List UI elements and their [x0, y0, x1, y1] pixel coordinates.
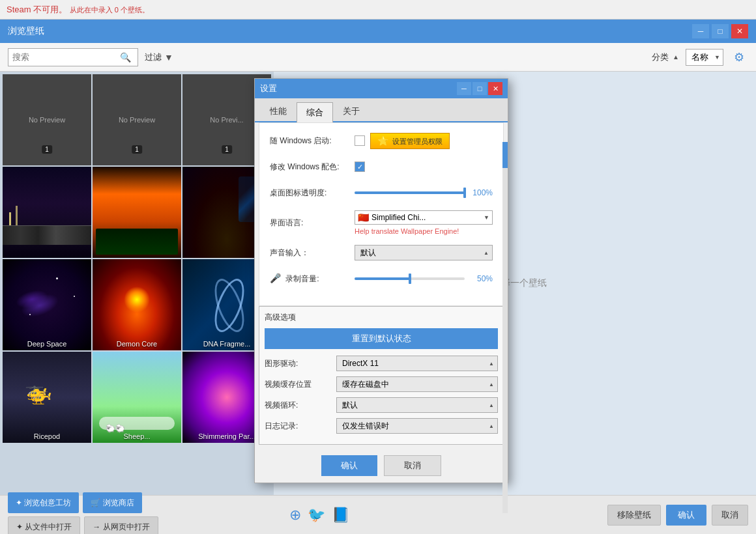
wallpaper-item[interactable] [3, 167, 91, 258]
log-label: 日志记录: [265, 421, 336, 432]
social-links: ⊕ 🐦 📘 [289, 507, 349, 524]
wallpaper-grid: No Preview 1 No Preview 1 No Previ... 1 [0, 72, 274, 495]
record-volume-slider-container: 50% [355, 274, 493, 283]
record-volume-slider[interactable] [355, 277, 465, 280]
record-volume-value: 50% [470, 274, 493, 283]
cache-label: 视频缓存位置 [265, 379, 336, 390]
record-volume-content: 50% [355, 274, 493, 283]
sort-direction-icon[interactable]: ▲ [673, 53, 679, 61]
browse-shop-label: 🛒 浏览商店 [91, 498, 134, 509]
loop-select[interactable]: 默认 [336, 397, 498, 413]
translate-link[interactable]: Help translate Wallpaper Engine! [355, 227, 459, 235]
voice-input-wrapper[interactable]: 默认 [355, 245, 493, 260]
search-input[interactable] [12, 52, 120, 62]
main-cancel-button[interactable]: 取消 [712, 505, 748, 526]
graphics-wrapper[interactable]: DirectX 11 [336, 356, 498, 371]
advanced-section: 高级选项 重置到默认状态 图形驱动: DirectX 11 视频缓存位置 缓存在… [259, 306, 504, 445]
main-title-bar: 浏览壁纸 ─ □ ✕ [0, 20, 756, 43]
modify-color-row: 修改 Windows 配色: [270, 158, 493, 175]
steam-notice-bar: Steam 不可用。 从此在中录入 0 个壁纸。 [0, 0, 756, 20]
toolbar-right: 分类 ▲ 名称 ⚙ [652, 48, 748, 66]
wallpaper-item-deep-space[interactable]: Deep Space [3, 259, 91, 350]
cache-wrapper[interactable]: 缓存在磁盘中 [336, 376, 498, 392]
dialog-minimize-button[interactable]: ─ [457, 82, 471, 95]
record-volume-row: 🎤 录制音量: 50% [270, 270, 493, 287]
admin-button[interactable]: ⭐ 设置管理员权限 [370, 133, 450, 149]
open-file-button[interactable]: ✦ 从文件中打开 [8, 516, 80, 534]
maximize-button[interactable]: □ [712, 24, 729, 38]
loop-wrapper[interactable]: 默认 [336, 397, 498, 413]
confirm-label: 确认 [678, 510, 695, 520]
bottom-bar: ✦ 浏览创意工坊 🛒 浏览商店 ✦ 从文件中打开 → 从网页中打开 ⊕ 🐦 📘 … [0, 495, 756, 534]
search-icon[interactable]: 🔍 [120, 52, 131, 63]
window-controls: ─ □ ✕ [692, 24, 748, 38]
wallpaper-badge: 1 [132, 145, 142, 154]
search-box[interactable]: 🔍 [8, 48, 138, 66]
close-button[interactable]: ✕ [731, 24, 748, 38]
log-wrapper[interactable]: 仅发生错误时 [336, 418, 498, 434]
open-web-button[interactable]: → 从网页中打开 [84, 516, 158, 534]
language-dropdown[interactable]: 🇨🇳 Simplified Chi... ▼ [355, 210, 493, 225]
wallpaper-badge: 1 [222, 145, 232, 154]
voice-input-row: 声音输入： 默认 [270, 244, 493, 261]
filter-button[interactable]: 过滤 ▼ [145, 51, 173, 63]
modify-color-checkbox[interactable] [355, 162, 365, 172]
dialog-window-controls: ─ □ ✕ [457, 82, 502, 95]
browse-workshop-button[interactable]: ✦ 浏览创意工坊 [8, 492, 79, 513]
twitter-icon[interactable]: 🐦 [308, 507, 325, 524]
open-web-label: → 从网页中打开 [93, 522, 149, 533]
main-window-title: 浏览壁纸 [8, 25, 44, 37]
filter-label: 过滤 [145, 51, 162, 63]
icon-opacity-slider-container: 100% [355, 188, 493, 197]
graphics-select[interactable]: DirectX 11 [336, 356, 498, 371]
bottom-right-buttons: 移除壁纸 确认 取消 [607, 505, 748, 526]
language-row: 界面语言: 🇨🇳 Simplified Chi... ▼ Help transl… [270, 210, 493, 235]
icon-opacity-row: 桌面图标透明度: 100% [270, 184, 493, 201]
wallpaper-item-sheep[interactable]: 🐑🐑 Sheep... [93, 352, 181, 443]
graphics-row: 图形驱动: DirectX 11 [265, 356, 498, 371]
wallpaper-item[interactable]: No Preview 1 [3, 74, 91, 165]
voice-input-select[interactable]: 默认 [355, 245, 493, 260]
toolbar: 🔍 过滤 ▼ 分类 ▲ 名称 ⚙ [0, 43, 756, 72]
language-flag: 🇨🇳 [358, 212, 369, 223]
advanced-section-title: 高级选项 [265, 312, 498, 323]
settings-gear-button[interactable]: ⚙ [730, 48, 748, 66]
dialog-cancel-button[interactable]: 取消 [384, 455, 441, 476]
dialog-close-button[interactable]: ✕ [488, 82, 502, 95]
sort-category: 分类 ▲ [652, 51, 679, 63]
name-sort-wrapper[interactable]: 名称 [686, 49, 723, 66]
steam-status-text: Steam 不可用。 从此在中录入 0 个壁纸。 [7, 4, 149, 16]
tab-about[interactable]: 关于 [333, 101, 370, 121]
dialog-tabs: 性能 综合 关于 [255, 98, 508, 122]
name-sort-select[interactable]: 名称 [686, 49, 723, 66]
minimize-button[interactable]: ─ [692, 24, 709, 38]
log-select[interactable]: 仅发生错误时 [336, 418, 498, 434]
sort-label: 分类 [652, 51, 669, 63]
cache-select[interactable]: 缓存在磁盘中 [336, 376, 498, 392]
tab-general[interactable]: 综合 [297, 102, 333, 122]
steam-icon[interactable]: ⊕ [289, 507, 301, 524]
remove-wallpaper-button[interactable]: 移除壁纸 [607, 505, 661, 526]
dialog-maximize-button[interactable]: □ [472, 82, 487, 95]
facebook-icon[interactable]: 📘 [332, 507, 349, 524]
dialog-confirm-button[interactable]: 确认 [321, 455, 377, 476]
wallpaper-label: Deep Space [3, 340, 91, 348]
reset-button[interactable]: 重置到默认状态 [265, 328, 498, 349]
icon-opacity-slider[interactable] [355, 191, 465, 194]
open-file-label: ✦ 从文件中打开 [16, 522, 72, 533]
autostart-label: 随 Windows 启动: [270, 135, 355, 147]
wallpaper-item-demon-core[interactable]: Demon Core [93, 259, 181, 350]
wallpaper-item[interactable] [93, 167, 181, 258]
graphics-label: 图形驱动: [265, 358, 336, 369]
main-confirm-button[interactable]: 确认 [666, 505, 706, 526]
dialog-scrollbar[interactable] [502, 142, 508, 513]
filter-icon: ▼ [164, 52, 173, 63]
browse-shop-button[interactable]: 🛒 浏览商店 [83, 492, 141, 513]
settings-dialog: 设置 ─ □ ✕ 性能 综合 关于 随 Windows 启动: ⭐ 设置管理员权… [254, 78, 508, 483]
autostart-checkbox[interactable] [355, 135, 365, 146]
wallpaper-item[interactable]: No Preview 1 [93, 74, 181, 165]
wallpaper-label: Ricepod [3, 432, 91, 440]
wallpaper-item-ricepod[interactable]: 🚁 Ricepod [3, 352, 91, 443]
tab-performance[interactable]: 性能 [260, 101, 297, 121]
dialog-scrollbar-thumb[interactable] [502, 142, 508, 168]
